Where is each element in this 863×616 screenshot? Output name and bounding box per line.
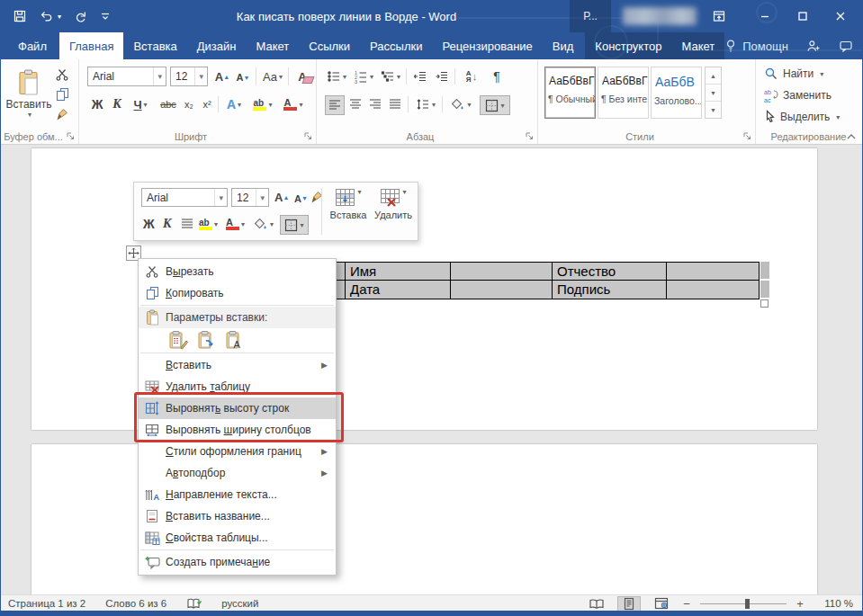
tab-вид[interactable]: Вид [543,32,584,59]
context-menu-item-14[interactable]: Свойства таблицы... [139,527,336,549]
mini-bold-button[interactable]: Ж [143,215,155,233]
style-card-1[interactable]: АаБбВвГг,¶ Обычный [544,67,596,119]
paste-keep-source-button[interactable] [168,330,188,350]
styles-scroll-up[interactable]: ▲ [706,67,721,85]
borders-button[interactable]: ▾ [480,95,510,115]
mini-shrink-font-button[interactable]: A▼ [294,190,308,207]
underline-button[interactable]: Ч▾ [129,95,152,113]
bold-button[interactable]: Ж [89,95,105,113]
mini-grow-font-button[interactable]: A▲ [274,188,289,207]
mini-borders-button[interactable]: ▾ [280,215,309,235]
paste-merge-formatting-button[interactable] [196,330,216,350]
table-cell[interactable]: Дата [346,281,451,299]
table-cell[interactable] [451,281,553,299]
line-spacing-button[interactable]: ▾ [413,95,438,113]
read-mode-button[interactable] [585,596,608,612]
table-cell[interactable]: Имя [346,262,451,281]
tab-ссылки[interactable]: Ссылки [299,32,360,59]
zoom-level[interactable]: 110 % [814,598,853,609]
print-layout-button[interactable] [617,596,641,612]
paragraph-dialog-launcher[interactable] [525,131,535,141]
justify-button[interactable] [386,95,404,113]
align-right-button[interactable] [366,95,384,113]
decrease-indent-button[interactable] [411,67,429,85]
redo-button[interactable] [74,10,87,23]
tab-главная[interactable]: Главная [59,32,123,59]
multilevel-list-button[interactable]: ▾ [379,67,402,85]
context-menu-item-6[interactable]: Вставить▶ [139,354,336,376]
collapse-ribbon-button[interactable] [846,133,857,140]
mini-delete-button[interactable]: ▾ Удалить [372,188,415,235]
font-name-combo[interactable]: Arial▾ [87,67,166,86]
share-contact-icon[interactable] [806,40,821,52]
mini-font-color-button[interactable]: А▾ [226,213,245,235]
mini-justify-button[interactable] [181,215,194,233]
shading-button[interactable]: ▾ [447,95,474,113]
table-cell[interactable] [667,281,760,299]
help-button[interactable]: Помощн [724,39,788,53]
tab-рецензирование[interactable]: Рецензирование [432,32,542,59]
undo-button[interactable]: ▾ [40,10,61,22]
word-count[interactable]: Слово 6 из 6 [105,598,166,609]
text-effects-button[interactable]: А▾ [222,95,246,113]
context-menu-item-16[interactable]: Создать примечание [139,551,336,573]
show-paragraph-marks-button[interactable]: ¶ [489,67,505,86]
maximize-button[interactable] [784,0,822,32]
paste-button[interactable]: Вставить ▾ [8,66,49,121]
mini-highlight-button[interactable]: ab▾ [199,213,218,235]
zoom-slider-knob[interactable] [745,599,750,609]
context-menu-item-9[interactable]: Выровнять ширину столбцов [139,419,336,441]
zoom-out-button[interactable]: − [682,597,691,611]
tab-макет[interactable]: Макет [671,32,724,59]
find-button[interactable]: Найти▾ [764,67,823,81]
strikethrough-button[interactable]: abc [157,95,179,113]
page-indicator[interactable]: Страница 1 из 2 [8,598,85,609]
tab-дизайн[interactable]: Дизайн [187,32,247,59]
tab-макет[interactable]: Макет [246,32,299,59]
numbering-button[interactable]: 123▾ [352,67,375,85]
context-menu-item-12[interactable]: AНаправление текста... [139,484,336,505]
italic-button[interactable]: К [109,95,125,113]
tab-рассылки[interactable]: Рассылки [360,32,432,59]
clipboard-dialog-launcher[interactable] [66,131,76,141]
format-painter-button[interactable] [53,106,71,122]
styles-scroll-down[interactable]: ▼ [706,85,721,102]
highlight-color-button[interactable]: ab▾ [249,94,276,115]
table-cell[interactable] [667,262,760,281]
minimize-button[interactable] [746,0,784,32]
cut-button[interactable] [53,67,71,83]
font-color-button[interactable]: А▾ [280,94,307,115]
mini-shading-button[interactable]: ▾ [253,215,274,233]
superscript-button[interactable]: x² [199,95,215,113]
table-cell[interactable]: Подпись [553,281,667,299]
context-menu-item-7[interactable]: Удалить таблицу [139,376,336,397]
table-resize-handle[interactable] [760,299,769,308]
subscript-button[interactable]: x₂ [181,95,197,113]
ribbon-display-options-button[interactable] [712,0,726,32]
table-cell[interactable]: Отчество [553,262,667,281]
change-case-button[interactable]: Aa▾ [260,67,285,86]
comments-icon[interactable] [839,40,853,52]
font-size-combo[interactable]: 12▾ [170,67,208,86]
customize-qat-button[interactable] [100,11,111,22]
mini-insert-button[interactable]: ▾ Вставка [327,188,370,235]
tab-файл[interactable]: Файл [5,32,59,59]
styles-dialog-launcher[interactable] [742,131,752,141]
paste-keep-text-only-button[interactable]: A [224,330,244,350]
replace-button[interactable]: abac Заменить [764,88,832,103]
style-card-2[interactable]: АаБбВвГг,¶ Без инте... [598,67,649,119]
bullets-button[interactable]: ▾ [325,67,348,85]
context-menu-item-0[interactable]: Вырезать [139,261,336,282]
mini-italic-button[interactable]: К [163,215,172,233]
copy-button[interactable] [53,86,71,103]
table-cell[interactable] [451,262,553,281]
close-button[interactable] [822,0,859,32]
styles-more-button[interactable]: ▼ [706,102,721,118]
align-center-button[interactable] [346,95,364,113]
style-card-3[interactable]: АаБбВЗаголово... [651,67,702,119]
context-menu-item-13[interactable]: Вставить название... [139,505,336,527]
shrink-font-button[interactable]: A▼ [235,68,251,86]
mini-font-name-combo[interactable]: Arial▾ [141,188,228,207]
tab-вставка[interactable]: Вставка [123,32,186,59]
zoom-in-button[interactable]: + [796,597,805,611]
